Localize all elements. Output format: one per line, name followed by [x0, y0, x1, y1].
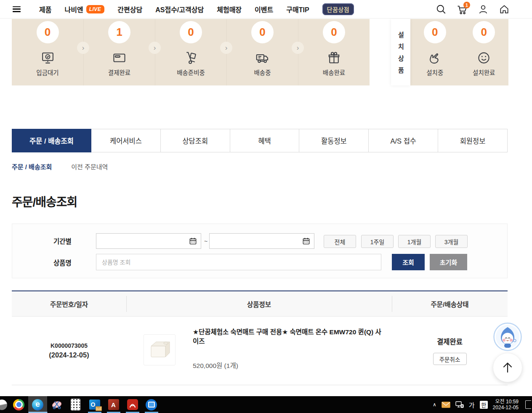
autocad-icon	[108, 399, 119, 410]
menu-item-navien-live[interactable]: 나비엔 LIVE	[64, 4, 104, 14]
tab-as-request[interactable]: A/S 접수	[368, 129, 438, 152]
status-label: 배송완료	[323, 68, 345, 77]
status-count: 0	[323, 21, 345, 43]
menu-item-products[interactable]: 제품	[39, 4, 51, 14]
menu-item-dankkum-shop[interactable]: 단꿈상점	[322, 3, 354, 15]
notification-center-icon[interactable]	[525, 400, 531, 409]
calculator-icon	[71, 399, 80, 410]
mypage-tabs: 주문 / 배송조회 케어서비스 상담조회 혜택 활동정보 A/S 접수 회원정보	[12, 129, 508, 152]
tab-member-info[interactable]: 회원정보	[438, 129, 508, 152]
taskbar-blue-app[interactable]	[142, 396, 161, 413]
taskbar-acrobat[interactable]	[123, 396, 142, 413]
taskbar-chrome[interactable]	[9, 396, 28, 413]
calendar-icon	[302, 237, 310, 245]
status-label: 결제완료	[108, 68, 130, 77]
edge-icon	[32, 399, 43, 410]
install-status-panel: 설치상품 0 설치중 0 설치완료	[391, 19, 508, 85]
top-navbar: 제품 나비엔 LIVE 간편상담 AS접수/고객상담 체험매장 이벤트 구매TI…	[0, 0, 532, 19]
range-button-1month[interactable]: 1개월	[398, 235, 431, 248]
tab-activity[interactable]: 활동정보	[299, 129, 369, 152]
dankkum-shop-badge: 단꿈상점	[322, 3, 354, 15]
ime-mode-indicator[interactable]: 가	[469, 400, 475, 409]
outlook-icon	[89, 400, 100, 410]
hamburger-menu-icon[interactable]	[13, 6, 21, 12]
cart-icon[interactable]: 1	[456, 4, 468, 15]
menu-item-showroom[interactable]: 체험매장	[217, 4, 242, 14]
home-icon[interactable]	[498, 4, 510, 15]
date-to-input[interactable]	[209, 233, 314, 249]
status-count: 0	[180, 21, 202, 43]
taskbar-outlook[interactable]	[85, 396, 104, 413]
date-range-tilde: ~	[204, 238, 207, 245]
taskbar-app-partial[interactable]	[0, 396, 9, 413]
ime-language-indicator[interactable]: 한	[480, 401, 488, 409]
reset-button[interactable]: 초기화	[430, 254, 467, 270]
mail-tray-icon[interactable]	[442, 402, 450, 408]
status-step-preparing-shipment[interactable]: 0 배송준비중	[155, 19, 226, 85]
menu-item-as-support[interactable]: AS접수/고객상담	[155, 4, 204, 14]
status-label: 설치중	[426, 68, 443, 77]
gift-icon	[327, 50, 341, 65]
status-count: 0	[251, 21, 274, 43]
subnav-order-delivery[interactable]: 주문 / 배송조회	[12, 162, 52, 171]
orders-table-header: 주문번호/일자 상품정보 주문/배송상태	[12, 290, 508, 317]
clock-date: 2024-12-05	[493, 405, 519, 411]
cancel-order-button[interactable]: 주문취소	[433, 353, 467, 365]
scroll-to-top-button[interactable]	[493, 353, 522, 382]
taskbar-edge[interactable]	[28, 396, 47, 413]
tab-order-delivery[interactable]: 주문 / 배송조회	[12, 129, 91, 152]
date-from-input[interactable]	[96, 233, 201, 249]
status-label: 입금대기	[36, 68, 59, 77]
status-step-deposit-wait[interactable]: 0 입금대기	[12, 19, 83, 85]
status-count: 0	[37, 21, 59, 43]
product-search-input[interactable]	[96, 254, 381, 270]
column-order-status: 주문/배송상태	[392, 299, 508, 309]
taskbar-autocad[interactable]	[104, 396, 123, 413]
range-button-3month[interactable]: 3개월	[435, 235, 468, 248]
menu-item-buying-tip[interactable]: 구매TIP	[286, 4, 309, 14]
chevron-right-icon: ›	[77, 42, 89, 54]
sub-navigation: 주문 / 배송조회 이전 주문내역	[12, 162, 108, 171]
status-step-delivered[interactable]: 0 배송완료	[298, 19, 370, 85]
search-button[interactable]: 조회	[392, 254, 425, 270]
chatbot-mascot-button[interactable]	[493, 322, 522, 352]
product-info-cell: ★단꿈체험소 숙면매트 구매 전용★ 숙면매트 온수 EMW720 퀸(Q) 사…	[126, 317, 392, 385]
product-label: 상품명	[53, 258, 72, 267]
credit-card-icon	[112, 50, 126, 65]
chevron-right-icon: ›	[149, 42, 161, 54]
system-tray: ∧ 가 한 오전 10:59 2024-12-05	[433, 399, 532, 411]
tab-consult-history[interactable]: 상담조회	[160, 129, 230, 152]
status-label: 배송중	[254, 68, 271, 77]
menu-item-consult[interactable]: 간편상담	[117, 4, 142, 14]
status-step-shipping[interactable]: 0 배송중	[226, 19, 298, 85]
range-button-all[interactable]: 전체	[324, 235, 356, 248]
search-icon[interactable]	[435, 4, 447, 15]
install-group-label: 설치상품	[391, 19, 410, 85]
status-badge: 결제완료	[437, 336, 463, 346]
scissors-icon	[51, 399, 63, 410]
status-label: 배송준비중	[177, 68, 205, 77]
taskbar-snipping-tool[interactable]	[47, 396, 66, 413]
chevron-right-icon: ›	[220, 42, 232, 54]
taskbar-clock[interactable]: 오전 10:59 2024-12-05	[493, 399, 519, 411]
tab-benefits[interactable]: 혜택	[230, 129, 300, 152]
product-name-link[interactable]: ★단꿈체험소 숙면매트 구매 전용★ 숙면매트 온수 EMW720 퀸(Q) 사…	[193, 328, 387, 346]
status-step-payment-complete[interactable]: 1 결제완료	[83, 19, 155, 85]
subnav-previous-orders[interactable]: 이전 주문내역	[71, 162, 108, 171]
order-status-cell: 결제완료 주문취소	[392, 317, 508, 385]
table-row: K0000073005 (2024-12-05) ★단꿈체험소 숙면매트 구매 …	[12, 317, 508, 385]
smiley-icon	[477, 50, 491, 65]
tray-expand-icon[interactable]: ∧	[433, 402, 436, 408]
chevron-right-icon: ›	[292, 42, 304, 54]
user-icon[interactable]	[477, 4, 489, 15]
status-step-install-complete[interactable]: 0 설치완료	[460, 19, 509, 85]
page-title: 주문/배송조회	[12, 193, 77, 210]
network-tray-icon[interactable]	[455, 401, 464, 408]
menu-item-event[interactable]: 이벤트	[255, 4, 273, 14]
tab-care-service[interactable]: 케어서비스	[91, 129, 161, 152]
order-number-cell: K0000073005 (2024-12-05)	[12, 317, 126, 385]
range-button-1week[interactable]: 1주일	[361, 235, 394, 248]
status-step-installing[interactable]: 0 설치중	[410, 19, 460, 85]
taskbar-calculator[interactable]	[66, 396, 85, 413]
product-image[interactable]	[144, 334, 176, 365]
